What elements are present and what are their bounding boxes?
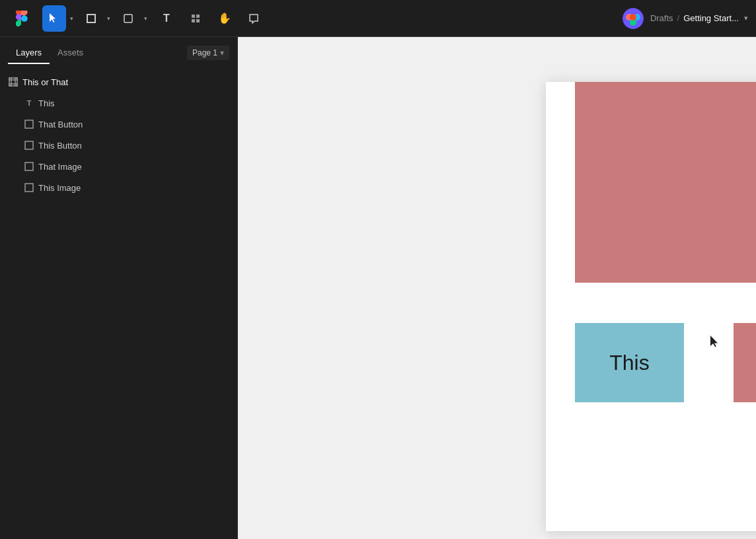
tab-layers[interactable]: Layers (8, 42, 50, 64)
shape-tool-group: ▾ (116, 5, 151, 32)
breadcrumb: Drafts / Getting Start... ▾ (650, 13, 748, 23)
layer-this-or-that-label: This or That (22, 77, 68, 87)
select-tool[interactable] (42, 5, 66, 32)
svg-rect-18 (25, 120, 33, 128)
svg-rect-6 (196, 15, 200, 18)
svg-rect-21 (25, 184, 33, 192)
components-tool[interactable] (182, 5, 209, 32)
hand-tool[interactable]: ✋ (211, 5, 238, 32)
breadcrumb-current[interactable]: Getting Start... (683, 13, 739, 23)
user-avatar[interactable] (623, 8, 644, 29)
svg-rect-3 (87, 22, 96, 23)
comment-tool[interactable] (241, 5, 267, 32)
frame-icon (8, 77, 19, 87)
shape-tool[interactable] (116, 5, 140, 32)
layer-this-or-that[interactable]: This or That (0, 71, 237, 92)
layer-that-image-label: That Image (38, 162, 82, 172)
layer-this-button-label: This Button (38, 141, 82, 151)
rect-layer-icon-4 (24, 182, 34, 193)
svg-rect-2 (87, 14, 96, 15)
svg-rect-4 (124, 15, 132, 22)
layer-this-button[interactable]: This Button (0, 135, 237, 156)
svg-rect-5 (192, 15, 195, 18)
svg-rect-7 (192, 19, 195, 22)
frame-tool-group: ▾ (79, 5, 114, 32)
select-tool-chevron[interactable]: ▾ (66, 5, 77, 32)
sidebar-header: Layers Assets Page 1 ▾ (0, 37, 237, 69)
rect-layer-icon-1 (24, 119, 34, 129)
layer-this-image[interactable]: This Image (0, 177, 237, 198)
layer-this-text-label: This (38, 98, 55, 108)
toolbar-left: ▾ ▾ ▾ T ✋ (8, 5, 267, 32)
layer-this-image-label: This Image (38, 183, 81, 193)
breadcrumb-dropdown-icon[interactable]: ▾ (744, 14, 748, 22)
canvas-this-button-text: This (609, 351, 649, 375)
canvas-this-button[interactable]: This (575, 323, 684, 402)
page-selector-label: Page 1 (192, 48, 217, 57)
shape-tool-chevron[interactable]: ▾ (140, 5, 151, 32)
svg-rect-17 (9, 84, 17, 86)
layer-that-button-label: That Button (38, 120, 83, 129)
text-tool[interactable]: T (153, 5, 180, 32)
svg-rect-20 (25, 162, 33, 170)
toolbar-right: Drafts / Getting Start... ▾ (623, 8, 748, 29)
select-tool-group: ▾ (42, 5, 77, 32)
toolbar: ▾ ▾ ▾ T ✋ (0, 0, 756, 37)
sidebar: Layers Assets Page 1 ▾ This or That (0, 37, 238, 539)
frame-tool[interactable] (79, 5, 103, 32)
svg-point-13 (630, 14, 636, 20)
text-layer-icon: T (24, 98, 34, 108)
canvas-pink-large[interactable] (575, 82, 756, 283)
svg-rect-16 (9, 78, 17, 80)
rect-layer-icon-2 (24, 140, 34, 151)
svg-rect-0 (87, 14, 88, 23)
breadcrumb-section[interactable]: Drafts (650, 13, 673, 23)
layer-this-text[interactable]: T This (0, 92, 237, 114)
svg-rect-19 (25, 141, 33, 149)
main-content: Layers Assets Page 1 ▾ This or That (0, 37, 756, 539)
tab-assets[interactable]: Assets (50, 42, 91, 64)
layer-that-image[interactable]: That Image (0, 156, 237, 177)
layer-that-button[interactable]: That Button (0, 114, 237, 135)
frame-tool-chevron[interactable]: ▾ (103, 5, 114, 32)
canvas-that-button[interactable] (734, 323, 756, 402)
breadcrumb-separator: / (677, 13, 680, 23)
svg-rect-1 (94, 14, 96, 23)
canvas-area[interactable]: This (238, 37, 756, 539)
page-selector[interactable]: Page 1 ▾ (187, 46, 229, 60)
svg-rect-8 (196, 19, 200, 22)
figma-logo[interactable] (8, 5, 34, 32)
rect-layer-icon-3 (24, 161, 34, 172)
page-selector-chevron: ▾ (220, 48, 224, 57)
layers-list: This or That T This That Button (0, 69, 237, 539)
